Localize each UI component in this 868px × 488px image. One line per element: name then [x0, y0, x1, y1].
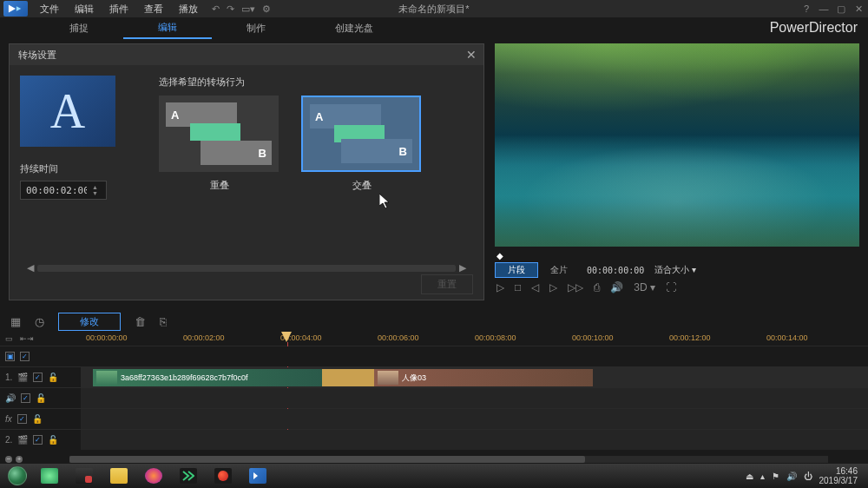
- settings-gear-icon[interactable]: ⚙: [262, 3, 271, 15]
- behavior-overlap-option[interactable]: A B: [159, 96, 279, 172]
- scroll-right-button[interactable]: ▶: [456, 262, 470, 274]
- preview-full-button[interactable]: 全片: [542, 263, 576, 277]
- track-visible-check[interactable]: ✓: [33, 435, 43, 445]
- video-track-2: 2. 🎬 ✓ 🔓: [0, 429, 868, 450]
- stop-button[interactable]: □: [513, 281, 523, 293]
- preview-timecode: 00:00:00:00: [587, 266, 644, 275]
- taskbar-app-2[interactable]: [68, 465, 101, 486]
- taskbar-app-3[interactable]: [102, 465, 135, 486]
- h-scroll-thumb[interactable]: [69, 456, 585, 463]
- tab-edit[interactable]: 编辑: [123, 17, 212, 39]
- duration-label: 持续时间: [20, 162, 141, 175]
- modify-button[interactable]: 修改: [58, 313, 121, 331]
- menu-file[interactable]: 文件: [33, 1, 66, 17]
- taskbar-app-7[interactable]: [241, 465, 274, 486]
- scroll-track[interactable]: [37, 265, 456, 272]
- video-track-2-content[interactable]: [81, 430, 868, 450]
- duration-spin-up[interactable]: ▲: [92, 184, 101, 190]
- tab-createdisc[interactable]: 创建光盘: [300, 18, 408, 38]
- dialog-close-button[interactable]: ✕: [466, 48, 477, 62]
- lock-icon[interactable]: 🔓: [48, 435, 58, 445]
- maximize-icon[interactable]: ▢: [835, 3, 847, 15]
- tray-chevron-icon[interactable]: ▴: [760, 472, 765, 481]
- toolbar-arrow-icon[interactable]: ▦: [10, 315, 21, 328]
- track-visible-check[interactable]: ✓: [17, 414, 27, 424]
- volume-button[interactable]: 🔊: [608, 281, 625, 293]
- preview-viewport: [495, 43, 859, 247]
- audio-track-1-content[interactable]: [81, 388, 868, 408]
- redo-icon[interactable]: ↷: [227, 3, 234, 15]
- taskbar-app-5[interactable]: [172, 465, 205, 486]
- ruler-jump-icon[interactable]: ⇤⇥: [20, 334, 34, 343]
- tab-produce[interactable]: 制作: [212, 18, 300, 38]
- play-button[interactable]: ▷: [495, 281, 506, 293]
- tab-capture[interactable]: 捕捉: [35, 18, 123, 38]
- duration-input-box: ▲ ▼: [20, 181, 107, 200]
- preview-segment-button[interactable]: 片段: [495, 262, 538, 278]
- tray-power-icon[interactable]: ⏻: [804, 472, 812, 481]
- toolbar-history-icon[interactable]: ◷: [35, 315, 44, 328]
- menu-play[interactable]: 播放: [172, 1, 205, 17]
- fullscreen-button[interactable]: ⛶: [664, 281, 678, 293]
- scroll-left-button[interactable]: ◀: [23, 262, 37, 274]
- tray-volume-icon[interactable]: 🔊: [786, 472, 797, 481]
- transition-preview-thumb: A: [20, 76, 115, 147]
- menu-edit[interactable]: 编辑: [68, 1, 101, 17]
- menu-tool-icons: ↶ ↷ ▭▾ ⚙: [212, 3, 271, 15]
- reset-button[interactable]: 重置: [421, 274, 473, 294]
- track-visible-check[interactable]: ✓: [21, 393, 30, 403]
- preview-playhead-bar[interactable]: ◆: [495, 250, 859, 260]
- track-visible-check[interactable]: ✓: [33, 373, 43, 382]
- more-tools-icon[interactable]: ⎘: [160, 315, 167, 328]
- mode-tabbar: 捕捉 编辑 制作 创建光盘 PowerDirector: [0, 17, 868, 38]
- aspect-icon[interactable]: ▭▾: [241, 3, 255, 15]
- prev-frame-button[interactable]: ◁: [529, 281, 541, 293]
- duration-input[interactable]: [26, 185, 87, 196]
- time-mark: 00:00:06:00: [378, 333, 419, 342]
- time-mark: 00:00:08:00: [475, 333, 516, 342]
- menubar: 文件 编辑 插件 查看 播放 ↶ ↷ ▭▾ ⚙ 未命名的新项目* ? — ▢ ✕: [0, 0, 868, 17]
- lock-icon[interactable]: 🔓: [36, 393, 46, 403]
- overlap-block-b: B: [201, 141, 272, 165]
- zoom-in-button[interactable]: +: [16, 456, 23, 463]
- duration-spin-down[interactable]: ▼: [92, 190, 101, 196]
- lock-icon[interactable]: 🔓: [32, 414, 43, 424]
- taskbar-app-6[interactable]: [207, 465, 240, 486]
- menu-view[interactable]: 查看: [137, 1, 170, 17]
- taskbar-app-1[interactable]: [33, 465, 66, 486]
- window-controls: ? — ▢ ✕: [800, 3, 865, 15]
- taskbar-app-4[interactable]: [137, 465, 170, 486]
- close-icon[interactable]: ✕: [852, 3, 865, 15]
- help-icon[interactable]: ?: [800, 3, 812, 15]
- tray-flag-icon[interactable]: ⚑: [772, 472, 779, 481]
- video-track-1-content[interactable]: 3a68ff27363e1b289f69628c7b7f0c0f 人像03: [81, 367, 868, 387]
- menu-plugin[interactable]: 插件: [102, 1, 135, 17]
- tray-icon[interactable]: ⏏: [746, 472, 753, 481]
- track-all-visible-check[interactable]: ▣: [5, 352, 15, 361]
- undo-icon[interactable]: ↶: [212, 3, 220, 15]
- fast-forward-button[interactable]: ▷▷: [566, 281, 585, 293]
- track-all-lock-check[interactable]: ✓: [20, 352, 30, 361]
- time-mark: 00:00:00:00: [86, 333, 128, 342]
- video-clip-1[interactable]: 3a68ff27363e1b289f69628c7b7f0c0f: [93, 369, 322, 386]
- minimize-icon[interactable]: —: [818, 3, 830, 15]
- ruler-tool-icon[interactable]: ▭: [5, 334, 13, 343]
- video-track-icon: 🎬: [17, 373, 28, 382]
- video-track-1: 1. 🎬 ✓ 🔓 3a68ff27363e1b289f69628c7b7f0c0…: [0, 366, 868, 387]
- time-ruler[interactable]: ▭ ⇤⇥ 00:00:00:00 00:00:02:00 00:00:04:00…: [0, 332, 868, 346]
- trash-icon[interactable]: 🗑: [135, 315, 146, 328]
- tray-clock[interactable]: 16:46 2019/3/17: [819, 466, 858, 485]
- track-num: 1.: [5, 373, 12, 382]
- time-mark: 00:00:02:00: [183, 333, 225, 342]
- fx-track-content[interactable]: [81, 409, 868, 429]
- next-frame-button[interactable]: ▷: [548, 281, 559, 293]
- behavior-cross-option[interactable]: A B: [301, 96, 421, 172]
- timeline-h-scrollbar[interactable]: [69, 456, 828, 463]
- preview-size-select[interactable]: 适合大小 ▾: [654, 264, 696, 276]
- start-button[interactable]: [3, 465, 31, 486]
- video-clip-2[interactable]: 人像03: [374, 369, 593, 386]
- lock-icon[interactable]: 🔓: [48, 373, 58, 382]
- 3d-button[interactable]: 3D ▾: [632, 281, 657, 293]
- snapshot-button[interactable]: ⎙: [592, 281, 602, 293]
- zoom-out-button[interactable]: −: [5, 456, 12, 463]
